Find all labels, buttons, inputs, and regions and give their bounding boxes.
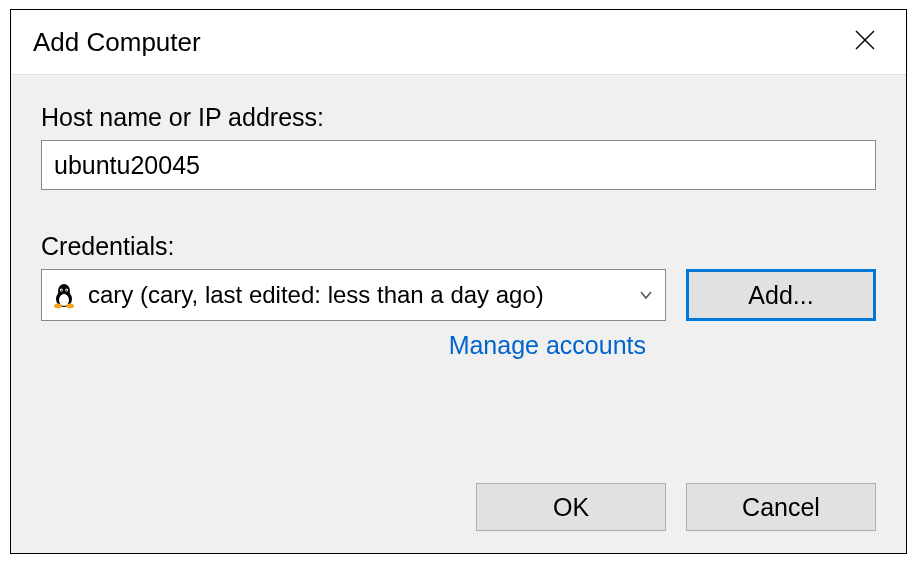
dialog-footer: OK Cancel — [11, 465, 906, 553]
manage-accounts-link[interactable]: Manage accounts — [449, 331, 646, 360]
dialog-title: Add Computer — [33, 27, 201, 58]
chevron-down-icon — [637, 286, 655, 304]
credentials-section: Credentials: — [41, 232, 876, 360]
add-computer-dialog: Add Computer Host name or IP address: Cr… — [10, 9, 907, 554]
ok-button[interactable]: OK — [476, 483, 666, 531]
titlebar: Add Computer — [11, 10, 906, 75]
credentials-label: Credentials: — [41, 232, 876, 261]
credentials-row: cary (cary, last edited: less than a day… — [41, 269, 876, 321]
add-credentials-button[interactable]: Add... — [686, 269, 876, 321]
svg-point-7 — [61, 289, 63, 291]
close-button[interactable] — [846, 24, 884, 60]
svg-point-8 — [65, 289, 67, 291]
hostname-label: Host name or IP address: — [41, 103, 876, 132]
cancel-button[interactable]: Cancel — [686, 483, 876, 531]
credentials-selected-text: cary (cary, last edited: less than a day… — [88, 281, 629, 309]
linux-tux-icon — [50, 281, 78, 309]
dialog-content: Host name or IP address: Credentials: — [11, 75, 906, 465]
credentials-dropdown[interactable]: cary (cary, last edited: less than a day… — [41, 269, 666, 321]
close-icon — [854, 29, 876, 51]
manage-accounts-row: Manage accounts — [41, 331, 876, 360]
svg-point-9 — [54, 304, 62, 309]
hostname-input[interactable] — [41, 140, 876, 190]
svg-point-10 — [66, 304, 74, 309]
